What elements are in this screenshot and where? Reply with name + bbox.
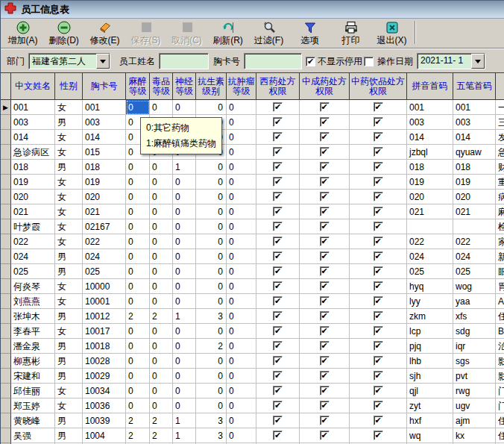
cell-narcotic[interactable]: 0 xyxy=(150,160,173,175)
cell-pinyin[interactable]: sjh xyxy=(407,369,453,384)
cell-gender[interactable]: 男 xyxy=(55,428,83,443)
cell-badge[interactable]: 003 xyxy=(83,115,126,130)
cell-name[interactable]: 宋建和 xyxy=(11,369,55,384)
cell-pinyin[interactable]: lhb xyxy=(407,354,453,369)
cell-patent_rx[interactable]: ✔ xyxy=(300,249,350,264)
cell-badge[interactable]: 020 xyxy=(83,190,126,204)
cell-wubi[interactable]: 001 xyxy=(453,100,496,115)
cell-patent_rx[interactable]: ✔ xyxy=(300,309,350,324)
cell-antibiotic[interactable]: 0 xyxy=(196,100,227,115)
cell-gender[interactable]: 男 xyxy=(55,249,83,264)
cell-narcotic[interactable]: 0 xyxy=(150,100,173,115)
op-date-select[interactable]: 2021-11- 1 xyxy=(417,53,485,69)
cell-pinyin[interactable]: lcp xyxy=(407,324,453,339)
options-button[interactable]: 选项 xyxy=(289,19,330,47)
western_rx-checkbox[interactable]: ✔ xyxy=(273,102,283,112)
cell-wubi[interactable]: 019 xyxy=(453,175,496,190)
cell-narcotic[interactable]: 0 xyxy=(150,324,173,339)
cell-gender[interactable]: 女 xyxy=(55,234,83,249)
herbal_rx-checkbox[interactable]: ✔ xyxy=(374,296,383,306)
cell-western_rx[interactable]: ✔ xyxy=(256,309,300,324)
cell-name[interactable]: 叶梦霞 xyxy=(11,219,55,234)
western_rx-checkbox[interactable]: ✔ xyxy=(273,311,283,321)
cell-western_rx[interactable]: ✔ xyxy=(256,145,300,160)
cell-pinyin[interactable]: 014 xyxy=(407,130,453,145)
cell-wubi[interactable]: xfs xyxy=(453,309,496,324)
cell-pinyin[interactable]: 025 xyxy=(407,264,453,279)
western_rx-checkbox[interactable]: ✔ xyxy=(273,251,283,261)
patent_rx-checkbox[interactable]: ✔ xyxy=(320,177,330,187)
cell-narcotic[interactable]: 0 xyxy=(150,190,173,204)
cell-extra[interactable]: 家 xyxy=(496,234,504,249)
herbal_rx-checkbox[interactable]: ✔ xyxy=(374,341,383,351)
cell-wubi[interactable]: sdg xyxy=(453,324,496,339)
cell-patent_rx[interactable]: ✔ xyxy=(300,175,350,190)
row-indicator[interactable] xyxy=(1,249,11,264)
cell-badge[interactable]: 024 xyxy=(83,249,126,264)
cell-gender[interactable]: 女 xyxy=(55,279,83,294)
cell-antibiotic[interactable]: 0 xyxy=(196,219,227,234)
cell-antitumor[interactable]: 0 xyxy=(227,309,256,324)
cell-herbal_rx[interactable]: ✔ xyxy=(350,324,407,339)
western_rx-checkbox[interactable]: ✔ xyxy=(273,132,283,142)
cell-herbal_rx[interactable]: ✔ xyxy=(350,160,407,175)
row-indicator[interactable] xyxy=(1,309,11,324)
cell-neuro[interactable]: 0 xyxy=(173,264,196,279)
cell-western_rx[interactable]: ✔ xyxy=(256,249,300,264)
herbal_rx-checkbox[interactable]: ✔ xyxy=(374,147,383,157)
cell-herbal_rx[interactable]: ✔ xyxy=(350,190,407,204)
cell-extra[interactable]: 胃 xyxy=(496,279,504,294)
herbal_rx-checkbox[interactable]: ✔ xyxy=(374,207,383,216)
cell-pinyin[interactable]: 003 xyxy=(407,115,453,130)
herbal_rx-checkbox[interactable]: ✔ xyxy=(374,132,383,142)
western_rx-checkbox[interactable]: ✔ xyxy=(273,266,283,276)
cell-herbal_rx[interactable]: ✔ xyxy=(350,398,407,413)
cell-herbal_rx[interactable]: ✔ xyxy=(350,204,407,219)
cell-narcotic[interactable]: 0 xyxy=(150,234,173,249)
patent_rx-checkbox[interactable]: ✔ xyxy=(320,162,330,172)
cell-western_rx[interactable]: ✔ xyxy=(256,264,300,279)
cell-anesthesia[interactable]: 2 xyxy=(126,428,150,443)
cell-extra[interactable]: 财 xyxy=(496,160,504,175)
cell-antibiotic[interactable]: 0 xyxy=(196,190,227,204)
cell-antitumor[interactable]: 0 xyxy=(227,115,256,130)
cell-pinyin[interactable]: wq xyxy=(407,428,453,443)
cell-narcotic[interactable]: 0 xyxy=(150,354,173,369)
cell-badge[interactable]: 10039 xyxy=(83,413,126,428)
cell-patent_rx[interactable]: ✔ xyxy=(300,294,350,309)
cell-name[interactable]: 021 xyxy=(11,204,55,219)
cell-antibiotic[interactable]: 0 xyxy=(196,384,227,398)
cell-narcotic[interactable]: 0 xyxy=(150,175,173,190)
cell-neuro[interactable]: 0 xyxy=(173,339,196,354)
cell-badge[interactable]: 021 xyxy=(83,204,126,219)
cell-antibiotic[interactable]: 0 xyxy=(196,175,227,190)
patent_rx-checkbox[interactable]: ✔ xyxy=(320,102,330,112)
western_rx-checkbox[interactable]: ✔ xyxy=(273,177,283,187)
cell-antitumor[interactable]: 0 xyxy=(227,279,256,294)
cell-badge[interactable]: 10036 xyxy=(83,398,126,413)
cell-western_rx[interactable]: ✔ xyxy=(256,219,300,234)
cell-badge[interactable]: 001 xyxy=(83,100,126,115)
herbal_rx-checkbox[interactable]: ✔ xyxy=(374,386,383,395)
chevron-down-icon[interactable] xyxy=(471,54,485,69)
patent_rx-checkbox[interactable]: ✔ xyxy=(320,296,330,306)
cell-patent_rx[interactable]: ✔ xyxy=(300,145,350,160)
herbal_rx-checkbox[interactable]: ✔ xyxy=(374,237,383,246)
row-indicator[interactable] xyxy=(1,130,11,145)
patent_rx-checkbox[interactable]: ✔ xyxy=(320,207,330,216)
cell-extra[interactable]: 住 xyxy=(496,309,504,324)
cell-herbal_rx[interactable]: ✔ xyxy=(350,145,407,160)
cell-antitumor[interactable]: 0 xyxy=(227,324,256,339)
cell-antibiotic[interactable]: 2 xyxy=(196,339,227,354)
column-header-gender[interactable]: 性别 xyxy=(55,73,83,100)
cell-herbal_rx[interactable]: ✔ xyxy=(350,115,407,130)
cell-pinyin[interactable]: 022 xyxy=(407,234,453,249)
cell-wubi[interactable]: yaa xyxy=(453,294,496,309)
cell-badge[interactable]: 10018 xyxy=(83,339,126,354)
cell-wubi[interactable]: 020 xyxy=(453,190,496,204)
column-header-neuro[interactable]: 神经等级 xyxy=(173,73,196,100)
cell-herbal_rx[interactable]: ✔ xyxy=(350,369,407,384)
employee-name-input[interactable] xyxy=(159,53,209,69)
row-indicator[interactable] xyxy=(1,294,11,309)
cell-extra[interactable]: 影 xyxy=(496,354,504,369)
